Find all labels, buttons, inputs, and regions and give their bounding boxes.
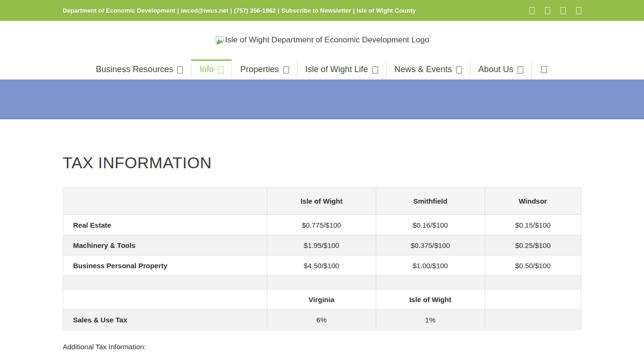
- page-title: TAX INFORMATION: [63, 154, 581, 172]
- nav-item-label: About Us: [479, 65, 513, 74]
- table-header-windsor: Windsor: [485, 188, 581, 215]
- topbar-phone-text: (757) 356-1962: [234, 7, 276, 14]
- topbar: Department of Economic Development|iwced…: [0, 0, 644, 21]
- site-header: Isle of Wight Department of Economic Dev…: [0, 21, 644, 59]
- nav-menu: Business Resources Info Properties Isle …: [88, 59, 556, 79]
- spacer-cell: [267, 276, 376, 289]
- site-logo[interactable]: Isle of Wight Department of Economic Dev…: [215, 35, 429, 45]
- nav-item-label: Properties: [240, 65, 279, 74]
- social-icon-2[interactable]: [545, 7, 550, 14]
- nav-item-business-resources[interactable]: Business Resources: [88, 59, 191, 79]
- tax-rate-table: Isle of Wight Smithfield Windsor Real Es…: [63, 187, 581, 330]
- row-label: Business Personal Property: [63, 255, 267, 276]
- spacer-cell: [63, 276, 267, 289]
- spacer-cell: [485, 276, 581, 289]
- nav-item-label: Business Resources: [96, 65, 173, 74]
- row-label: Sales & Use Tax: [63, 310, 267, 330]
- nav-item-news-events[interactable]: News & Events: [386, 59, 470, 79]
- table-subheader-row: Virginia Isle of Wight: [63, 289, 581, 310]
- row-value: 6%: [267, 310, 376, 330]
- nav-item-label: Isle of Wight Life: [305, 65, 368, 74]
- table-row-sales-use-tax: Sales & Use Tax 6% 1%: [63, 310, 581, 330]
- chevron-down-icon: [372, 66, 378, 74]
- row-label: Real Estate: [63, 215, 267, 235]
- topbar-county-link[interactable]: Isle of Wight County: [357, 7, 416, 14]
- table-spacer-row: [63, 276, 581, 289]
- table-row-business-personal-property: Business Personal Property $4.50/$100 $1…: [63, 255, 581, 276]
- table-row-real-estate: Real Estate $0.775/$100 $0.16/$100 $0.15…: [63, 215, 581, 235]
- nav-search-button[interactable]: [531, 59, 556, 79]
- nav-item-info[interactable]: Info: [191, 59, 231, 79]
- social-icon-1[interactable]: [529, 7, 535, 14]
- table-header-cell: [63, 188, 267, 215]
- chevron-down-icon: [283, 66, 289, 74]
- chevron-down-icon: [177, 66, 183, 74]
- row-value: $0.375/$100: [376, 235, 485, 255]
- topbar-department-text: Department of Economic Development: [63, 7, 175, 14]
- spacer-cell: [376, 276, 485, 289]
- search-icon: [541, 66, 547, 73]
- social-icon-3[interactable]: [561, 7, 566, 14]
- main-nav: Business Resources Info Properties Isle …: [0, 59, 644, 79]
- chevron-down-icon: [518, 66, 523, 74]
- row-value: $0.775/$100: [267, 215, 376, 235]
- row-value: $0.15/$100: [485, 215, 581, 235]
- row-value: [485, 310, 581, 330]
- subheader-virginia: Virginia: [267, 289, 376, 310]
- chevron-down-icon: [456, 66, 462, 74]
- topbar-newsletter-link[interactable]: Subscribe to Newsletter: [281, 7, 351, 14]
- subheader-cell: [63, 289, 267, 310]
- table-header-row: Isle of Wight Smithfield Windsor: [63, 188, 581, 215]
- table-header-smithfield: Smithfield: [376, 188, 485, 215]
- row-value: $0.16/$100: [376, 215, 485, 235]
- topbar-email-link[interactable]: iwced@iwus.net: [181, 7, 229, 14]
- chevron-down-icon: [218, 66, 223, 74]
- topbar-contact-line: Department of Economic Development|iwced…: [63, 7, 416, 14]
- nav-item-label: News & Events: [395, 65, 452, 74]
- row-value: $1.95/$100: [267, 235, 376, 255]
- social-icon-4[interactable]: [576, 7, 581, 14]
- nav-item-isle-of-wight-life[interactable]: Isle of Wight Life: [297, 59, 386, 79]
- row-value: $1.00/$100: [376, 255, 485, 276]
- logo-alt-text: Isle of Wight Department of Economic Dev…: [225, 35, 429, 45]
- main-content: TAX INFORMATION Isle of Wight Smithfield…: [63, 154, 581, 362]
- subheader-cell: [485, 289, 581, 310]
- table-row-machinery-tools: Machinery & Tools $1.95/$100 $0.375/$100…: [63, 235, 581, 255]
- nav-item-label: Info: [199, 65, 214, 74]
- row-value: $4.50/$100: [267, 255, 376, 276]
- additional-tax-info-label: Additional Tax Information:: [63, 343, 581, 351]
- page-banner: [0, 79, 644, 119]
- nav-item-properties[interactable]: Properties: [231, 59, 297, 79]
- social-icons-group: [529, 7, 581, 14]
- row-label: Machinery & Tools: [63, 235, 267, 255]
- row-value: $0.25/$100: [485, 235, 581, 255]
- subheader-isle-of-wight: Isle of Wight: [376, 289, 485, 310]
- row-value: $0.50/$100: [485, 255, 581, 276]
- broken-image-icon: [215, 35, 224, 45]
- nav-item-about-us[interactable]: About Us: [470, 59, 531, 79]
- row-value: 1%: [376, 310, 485, 330]
- table-header-isle-of-wight: Isle of Wight: [267, 188, 376, 215]
